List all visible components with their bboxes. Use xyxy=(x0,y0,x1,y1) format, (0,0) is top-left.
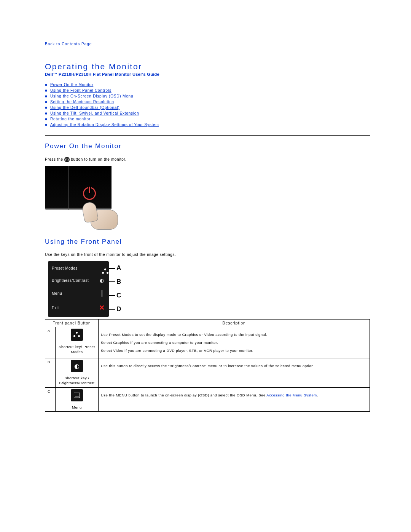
description-text: Use the MENU button to launch the on-scr… xyxy=(101,393,367,397)
osd-label: Brightness/Contrast xyxy=(52,278,89,283)
divider xyxy=(45,135,370,136)
table-header-description: Description xyxy=(99,320,370,327)
toc-link-power-on[interactable]: Power On the Monitor xyxy=(50,83,93,87)
description-text: Select Graphics if you are connecting a … xyxy=(101,340,367,345)
exit-icon: ✕ xyxy=(99,304,105,312)
osd-label: Exit xyxy=(52,306,59,310)
table-row: B ◐ Shortcut key / Brightness/Contrast U… xyxy=(45,358,370,388)
icon-caption: Shortcut key/ Preset Modes xyxy=(58,345,96,355)
section-heading-front-panel: Using the Front Panel xyxy=(45,238,370,246)
table-row: A Shortcut key/ Preset Modes Use Preset … xyxy=(45,327,370,358)
icon-caption: Shortcut key / Brightness/Contrast xyxy=(58,376,96,386)
row-letter: B xyxy=(45,358,56,388)
osd-letter-b: B xyxy=(116,278,121,286)
toc-link-rotation-settings[interactable]: Adjusting the Rotation Display Settings … xyxy=(50,123,159,127)
row-letter: A xyxy=(45,327,56,358)
description-text: Use Preset Modes to set the display mode… xyxy=(101,332,367,337)
osd-row-preset-modes: Preset Modes xyxy=(48,263,109,274)
toc-link-max-resolution[interactable]: Setting the Maximum Resolution xyxy=(50,100,114,104)
page-subtitle: Dell™ P2210H/P2310H Flat Panel Monitor U… xyxy=(45,72,370,77)
toc-link-soundbar[interactable]: Using the Dell Soundbar (Optional) xyxy=(50,105,119,110)
front-panel-intro: Use the keys on the front of the monitor… xyxy=(45,252,370,257)
osd-letter-a: A xyxy=(116,264,121,272)
front-panel-table: Front panel Button Description A Shortcu… xyxy=(45,319,370,412)
accessing-menu-link[interactable]: Accessing the Menu System xyxy=(266,393,317,397)
toc-link-front-panel-controls[interactable]: Using the Front Panel Controls xyxy=(50,88,112,93)
page-title: Operating the Monitor xyxy=(45,62,370,71)
table-header-button: Front panel Button xyxy=(45,320,99,327)
toc-link-osd-menu[interactable]: Using the On-Screen Display (OSD) Menu xyxy=(50,94,133,98)
osd-label: Menu xyxy=(52,291,62,296)
osd-letter-d: D xyxy=(116,305,121,313)
icon-caption: Menu xyxy=(58,405,96,410)
power-icon: ⏻ xyxy=(64,157,70,162)
power-text-after: button to turn on the monitor. xyxy=(71,157,126,161)
osd-illustration: Preset Modes Brightness/Contrast ◐ Menu … xyxy=(48,261,135,317)
divider xyxy=(45,231,370,231)
row-letter: C xyxy=(45,387,56,412)
brightness-icon: ◐ xyxy=(99,278,105,283)
brightness-icon: ◐ xyxy=(71,360,83,372)
preset-modes-icon xyxy=(71,329,83,341)
table-row: C Menu Use the MENU button to launch the… xyxy=(45,387,370,412)
description-text: Use this button to directly access the "… xyxy=(101,364,367,368)
toc-link-tilt-swivel[interactable]: Using the Tilt, Swivel, and Vertical Ext… xyxy=(50,111,139,115)
osd-label: Preset Modes xyxy=(52,266,78,270)
menu-icon xyxy=(71,389,83,401)
power-text-before: Press the xyxy=(45,157,64,161)
osd-row-menu: Menu xyxy=(48,287,109,300)
osd-row-brightness: Brightness/Contrast ◐ xyxy=(48,274,109,287)
toc-link-rotating[interactable]: Rotating the monitor xyxy=(50,117,91,121)
menu-icon xyxy=(99,291,105,296)
power-press-illustration xyxy=(45,166,112,223)
toc-list: Power On the Monitor Using the Front Pan… xyxy=(45,82,370,128)
osd-row-exit: Exit ✕ xyxy=(48,300,109,315)
power-on-text: Press the ⏻ button to turn on the monito… xyxy=(45,157,370,162)
osd-letter-c: C xyxy=(116,292,121,299)
description-text: Select Video if you are connecting a DVD… xyxy=(101,348,367,353)
section-heading-power: Power On the Monitor xyxy=(45,142,370,150)
back-to-contents-link[interactable]: Back to Contents Page xyxy=(45,42,92,46)
